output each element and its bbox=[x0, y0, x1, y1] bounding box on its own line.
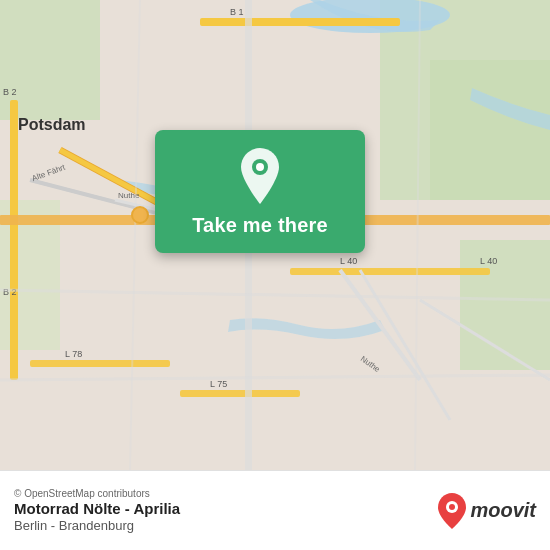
svg-rect-22 bbox=[30, 360, 170, 367]
copyright-text: © OpenStreetMap contributors bbox=[14, 488, 427, 499]
location-title: Motorrad Nölte - Aprilia bbox=[14, 499, 427, 519]
svg-point-40 bbox=[449, 504, 455, 510]
svg-point-36 bbox=[132, 207, 148, 223]
svg-rect-19 bbox=[290, 268, 490, 275]
svg-text:L 40: L 40 bbox=[480, 256, 497, 266]
svg-text:L 40: L 40 bbox=[340, 256, 357, 266]
svg-rect-7 bbox=[200, 18, 400, 26]
svg-text:L 75: L 75 bbox=[210, 379, 227, 389]
svg-text:L 78: L 78 bbox=[65, 349, 82, 359]
location-subtitle: Berlin - Brandenburg bbox=[14, 518, 427, 533]
bottom-bar: © OpenStreetMap contributors Motorrad Nö… bbox=[0, 470, 550, 550]
svg-text:B 1: B 1 bbox=[230, 7, 244, 17]
svg-text:B 2: B 2 bbox=[3, 287, 17, 297]
svg-rect-3 bbox=[430, 60, 550, 200]
moovit-logo: moovit bbox=[437, 493, 536, 529]
take-me-there-label: Take me there bbox=[192, 214, 328, 237]
svg-text:B 2: B 2 bbox=[3, 87, 17, 97]
moovit-brand-text: moovit bbox=[470, 499, 536, 522]
svg-rect-5 bbox=[460, 240, 550, 370]
location-pin-icon bbox=[236, 148, 284, 204]
bottom-text-block: © OpenStreetMap contributors Motorrad Nö… bbox=[14, 488, 427, 534]
take-me-there-button[interactable]: Take me there bbox=[155, 130, 365, 253]
svg-rect-24 bbox=[180, 390, 300, 397]
moovit-pin-icon bbox=[437, 493, 467, 529]
svg-point-38 bbox=[256, 163, 264, 171]
map-container: B 1 B 2 B 2 Alte Fährt Nuthe L 40 L 40 L… bbox=[0, 0, 550, 470]
svg-text:Potsdam: Potsdam bbox=[18, 116, 86, 133]
svg-rect-9 bbox=[10, 100, 18, 380]
